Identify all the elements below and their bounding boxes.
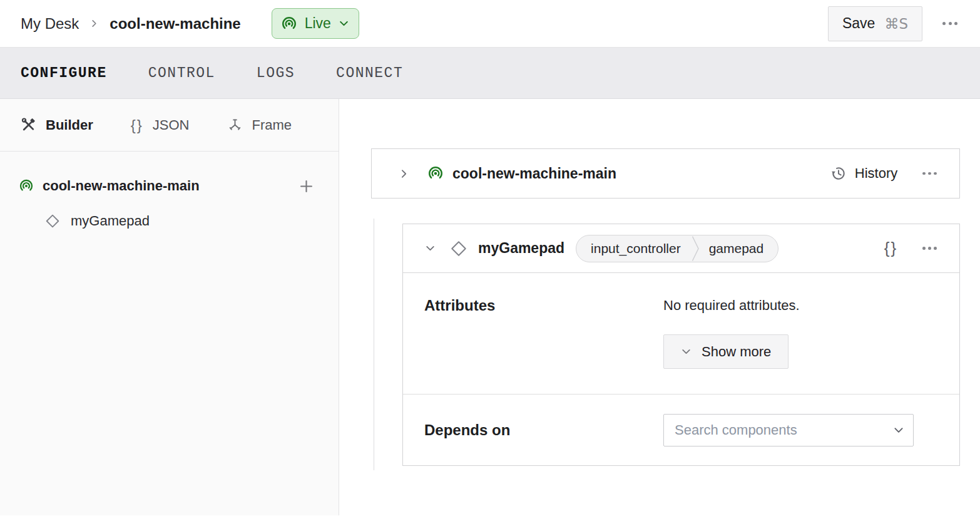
view-toggle-frame[interactable]: Frame (227, 117, 292, 133)
tab-logs[interactable]: LOGS (257, 65, 295, 81)
depends-on-select (663, 414, 914, 446)
breadcrumb-separator-icon (89, 19, 99, 28)
component-type: input_controller (576, 241, 692, 256)
tree-item-part[interactable]: cool-new-machine-main (0, 170, 339, 202)
save-button-label: Save (842, 15, 875, 32)
resource-tree: cool-new-machine-main myGamepad (0, 152, 339, 237)
header-overflow-menu-button[interactable] (939, 16, 961, 31)
tools-icon (21, 117, 36, 133)
attributes-label: Attributes (424, 297, 663, 369)
ellipsis-icon (922, 172, 926, 175)
component-type-badge: input_controller gamepad (576, 235, 778, 262)
history-icon (830, 165, 847, 182)
chevron-right-icon (399, 168, 409, 179)
machine-icon (427, 165, 444, 182)
machine-tabbar: CONFIGURE CONTROL LOGS CONNECT (0, 48, 980, 99)
chevron-down-icon (425, 243, 436, 254)
breadcrumb-current: cool-new-machine (110, 15, 240, 33)
braces-icon: {} (131, 116, 143, 134)
chevron-down-icon (339, 18, 349, 29)
breadcrumb-parent-link[interactable]: My Desk (21, 15, 79, 33)
view-toggle-label: Builder (46, 117, 93, 133)
component-name: myGamepad (478, 240, 564, 257)
add-resource-button[interactable] (297, 177, 316, 196)
plus-icon (298, 178, 315, 195)
part-card: cool-new-machine-main History (371, 148, 960, 199)
ellipsis-icon (942, 22, 946, 25)
frame-axes-icon (227, 117, 243, 133)
depends-on-section: Depends on (403, 395, 959, 465)
show-more-button[interactable]: Show more (663, 334, 789, 369)
breadcrumb: My Desk cool-new-machine (21, 15, 241, 33)
view-toggle-builder[interactable]: Builder (21, 117, 93, 133)
machine-status-label: Live (305, 15, 331, 32)
tree-component-label: myGamepad (71, 213, 150, 229)
diamond-icon (449, 239, 468, 258)
component-card-collapse-button[interactable] (422, 240, 438, 256)
save-shortcut-hint: ⌘S (884, 16, 908, 32)
view-toggle-label: JSON (153, 117, 190, 133)
view-switcher: Builder {} JSON Frame (0, 99, 339, 152)
attributes-empty-text: No required attributes. (663, 297, 937, 314)
tab-configure[interactable]: CONFIGURE (21, 65, 107, 81)
part-card-expand-button[interactable] (396, 166, 412, 182)
diamond-icon (44, 213, 61, 229)
part-card-title: cool-new-machine-main (452, 165, 616, 182)
tab-control[interactable]: CONTROL (148, 65, 215, 81)
component-menu-button[interactable] (919, 240, 941, 256)
config-main: cool-new-machine-main History (339, 99, 980, 515)
history-button[interactable]: History (829, 163, 899, 184)
config-sidebar: Builder {} JSON Frame (0, 99, 339, 515)
view-toggle-json[interactable]: {} JSON (131, 116, 190, 134)
tree-connector-line (374, 219, 374, 470)
machine-icon (281, 16, 297, 32)
tab-connect[interactable]: CONNECT (336, 65, 403, 81)
ellipsis-icon (922, 247, 926, 250)
save-button[interactable]: Save ⌘S (828, 6, 922, 41)
tree-part-label: cool-new-machine-main (43, 178, 200, 194)
tree-item-component[interactable]: myGamepad (0, 205, 339, 237)
component-card: myGamepad input_controller gamepad {} At… (402, 224, 960, 466)
history-label: History (855, 165, 897, 182)
search-components-input[interactable] (663, 414, 914, 446)
attributes-section: Attributes No required attributes. Show … (403, 273, 959, 394)
part-card-menu-button[interactable] (919, 166, 941, 182)
machine-icon (19, 178, 34, 194)
configure-content: Builder {} JSON Frame (0, 99, 980, 515)
component-card-header: myGamepad input_controller gamepad {} (403, 224, 959, 273)
machine-status-dropdown[interactable]: Live (272, 8, 359, 39)
top-header: My Desk cool-new-machine Live Save ⌘S (0, 0, 980, 48)
component-json-button[interactable]: {} (882, 237, 900, 259)
badge-separator-icon (692, 235, 700, 262)
component-model: gamepad (700, 241, 778, 256)
depends-on-label: Depends on (424, 421, 663, 439)
view-toggle-label: Frame (252, 117, 292, 133)
show-more-label: Show more (702, 344, 771, 360)
chevron-down-icon (681, 346, 692, 357)
